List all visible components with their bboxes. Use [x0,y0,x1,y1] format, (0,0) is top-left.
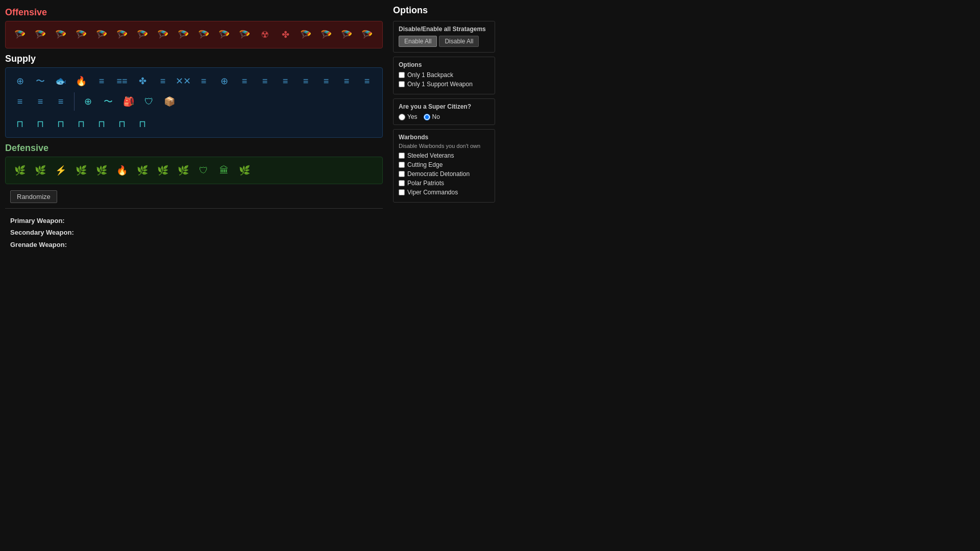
strat-icon[interactable]: 🪂 [133,26,152,44]
warbond-democratic-checkbox[interactable] [399,171,405,177]
strat-icon[interactable]: 🛡 [194,161,213,180]
strat-icon[interactable]: ≡ [337,72,356,90]
strat-icon[interactable]: 🌿 [174,161,192,180]
strat-icon[interactable]: 🛡 [140,92,158,111]
strat-icon[interactable]: 🪂 [297,26,315,44]
strat-icon[interactable]: 🌿 [235,161,254,180]
strat-icon[interactable]: ≡ [92,72,111,90]
strat-icon[interactable]: 🪂 [31,26,50,44]
disable-enable-section: Disable/Enable all Stratagems Enable All… [393,21,495,53]
no-label[interactable]: No [432,113,440,120]
strat-icon[interactable]: 🪂 [358,26,376,44]
strat-icon[interactable]: 📦 [160,92,179,111]
bottom-bar: Randomize [5,188,383,205]
strat-icon[interactable]: 🔥 [113,161,131,180]
strat-icon[interactable]: ≡≡ [113,72,131,90]
warbond-polar-checkbox[interactable] [399,180,405,186]
strat-icon[interactable]: ≡ [317,72,335,90]
strat-icon[interactable]: ≡ [256,72,274,90]
offensive-box: 🪂 🪂 🪂 🪂 🪂 🪂 🪂 🪂 🪂 🪂 🪂 🪂 ☢ ✤ 🪂 🪂 🪂 🪂 [5,21,383,48]
only-1-support-checkbox[interactable] [399,81,405,87]
randomize-button[interactable]: Randomize [10,190,57,203]
strat-icon[interactable]: 🌿 [92,161,111,180]
only-1-backpack-label[interactable]: Only 1 Backpack [407,71,453,79]
warbond-steeled-checkbox[interactable] [399,153,405,159]
super-citizen-radio-row: Yes No [399,113,489,120]
strat-icon[interactable]: 🎒 [119,92,138,111]
strat-icon[interactable]: ☢ [256,26,274,44]
strat-icon[interactable]: 🐟 [52,72,70,90]
strat-icon[interactable]: ⊓ [113,115,131,133]
strat-icon[interactable]: 🔥 [72,72,90,90]
strat-icon[interactable]: 🌿 [154,161,172,180]
defensive-box: 🌿 🌿 ⚡ 🌿 🌿 🔥 🌿 🌿 🌿 🛡 🏛 🌿 [5,157,383,184]
warbond-cutting-checkbox[interactable] [399,162,405,168]
strat-icon[interactable]: 🪂 [52,26,70,44]
strat-icon[interactable]: ⊓ [11,115,29,133]
strat-icon[interactable]: 〜 [99,92,117,111]
options-checkboxes-section: Options Only 1 Backpack Only 1 Support W… [393,57,495,94]
strat-icon[interactable]: ✕✕ [174,72,192,90]
strat-icon[interactable]: ⊓ [133,115,152,133]
warbonds-subtitle: Disable Warbonds you don't own [399,143,489,149]
primary-weapon-label: Primary Weapon: [10,215,378,227]
strat-icon[interactable]: ≡ [154,72,172,90]
strat-icon[interactable]: 🌿 [11,161,29,180]
strat-icon[interactable]: ≡ [194,72,213,90]
strat-icon[interactable]: ≡ [358,72,376,90]
strat-icon[interactable]: 🪂 [215,26,233,44]
strat-icon[interactable]: 🪂 [174,26,192,44]
weapon-section: Primary Weapon: Secondary Weapon: Grenad… [5,212,383,254]
strat-icon[interactable]: 🪂 [72,26,90,44]
strat-icon[interactable]: ≡ [52,92,70,111]
strat-icon[interactable]: ≡ [276,72,295,90]
no-radio[interactable] [424,114,430,120]
strat-icon[interactable]: 🪂 [92,26,111,44]
strat-icon[interactable]: ⊕ [79,92,97,111]
strat-icon[interactable]: ≡ [31,92,50,111]
warbonds-title: Warbonds [399,134,489,141]
strat-icon[interactable]: ⊕ [11,72,29,90]
yes-radio[interactable] [399,114,405,120]
strat-icon[interactable]: 🪂 [194,26,213,44]
only-1-backpack-checkbox[interactable] [399,72,405,78]
strat-icon[interactable]: ⊕ [215,72,233,90]
strat-icon[interactable]: 🪂 [317,26,335,44]
section-divider [5,208,383,209]
yes-label[interactable]: Yes [407,113,418,120]
strat-icon[interactable]: 🪂 [154,26,172,44]
warbonds-section: Warbonds Disable Warbonds you don't own … [393,129,495,203]
warbond-democratic-row: Democratic Detonation [399,170,489,178]
offensive-title: Offensive [5,7,383,18]
options-title: Options [393,5,495,16]
strat-icon[interactable]: ⊓ [52,115,70,133]
strat-icon[interactable]: 🌿 [133,161,152,180]
strat-icon[interactable]: 🪂 [11,26,29,44]
strat-icon[interactable]: ⊓ [72,115,90,133]
strat-icon[interactable]: ⊓ [31,115,50,133]
strat-icon[interactable]: 🌿 [31,161,50,180]
super-citizen-section: Are you a Super Citizen? Yes No [393,98,495,125]
strat-icon[interactable]: ≡ [11,92,29,111]
disable-all-button[interactable]: Disable All [439,36,479,47]
strat-icon[interactable]: 🪂 [113,26,131,44]
only-1-support-label[interactable]: Only 1 Support Weapon [407,81,473,88]
warbond-steeled-row: Steeled Veterans [399,152,489,159]
enable-all-button[interactable]: Enable All [399,36,437,47]
strat-icon[interactable]: ✤ [133,72,152,90]
strat-icon[interactable]: 🏛 [215,161,233,180]
strat-icon[interactable]: ≡ [235,72,254,90]
warbond-viper-checkbox[interactable] [399,189,405,195]
strat-icon[interactable]: ✤ [276,26,295,44]
strat-icon[interactable]: 🪂 [235,26,254,44]
strat-icon[interactable]: ⊓ [92,115,111,133]
strat-icon[interactable]: ≡ [297,72,315,90]
warbond-cutting-label: Cutting Edge [407,161,443,168]
strat-icon[interactable]: 🪂 [337,26,356,44]
warbond-cutting-row: Cutting Edge [399,161,489,168]
strat-icon[interactable]: 🌿 [72,161,90,180]
only-1-support-row: Only 1 Support Weapon [399,81,489,88]
strat-icon[interactable]: 〜 [31,72,50,90]
enable-disable-row: Enable All Disable All [399,36,489,47]
strat-icon[interactable]: ⚡ [52,161,70,180]
